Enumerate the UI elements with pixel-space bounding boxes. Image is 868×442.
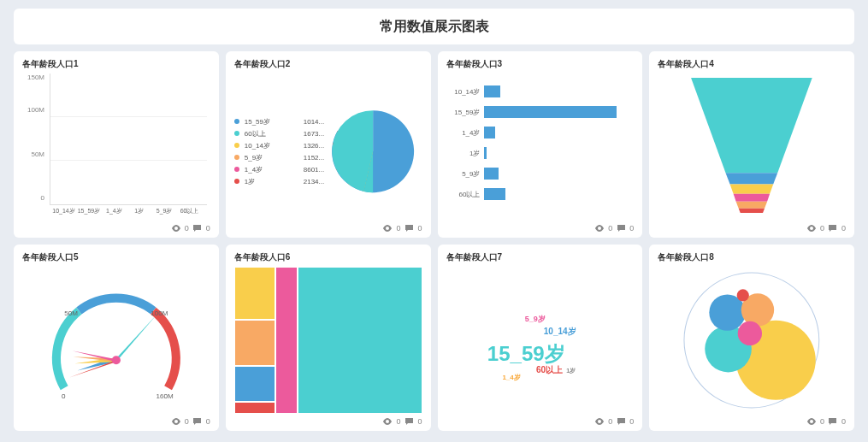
gauge-chart[interactable]: 0 50M 100M 160M	[22, 267, 210, 414]
chart1-xlabels: 10_14岁 15_59岁 1_4岁 1岁 5_9岁 60以上	[50, 207, 207, 221]
bubble-1[interactable]	[737, 289, 749, 301]
comment-icon	[192, 224, 203, 233]
chart4-title: 各年龄段人口4	[658, 58, 846, 70]
word-60plus[interactable]: 60以上	[536, 364, 563, 376]
card-footer: 0 0	[22, 414, 210, 427]
hbar-60plus[interactable]	[484, 188, 505, 200]
hbar-1[interactable]	[484, 147, 487, 159]
chart5-title: 各年龄段人口5	[22, 251, 210, 263]
treemap-10-14[interactable]	[234, 267, 275, 320]
card-chart3: 各年龄段人口3 10_14岁 15_59岁 1_4岁 1岁 5_9岁 60以上 …	[438, 51, 643, 238]
chart3-title: 各年龄段人口3	[446, 58, 635, 70]
gauge-tick-160: 160M	[156, 392, 173, 400]
comment-icon	[616, 224, 626, 233]
word-1[interactable]: 1岁	[566, 367, 576, 375]
hbar-10-14[interactable]	[484, 85, 501, 97]
treemap-1-4[interactable]	[275, 267, 298, 414]
card-footer: 0 0	[234, 221, 422, 234]
comment-icon	[828, 224, 838, 233]
word-5-9[interactable]: 5_9岁	[525, 314, 546, 325]
treemap-15-59[interactable]	[298, 267, 422, 414]
chart2-legend: 15_59岁1014... 60以上1673... 10_14岁1326... …	[234, 115, 324, 189]
chart4-body[interactable]	[658, 74, 846, 221]
svg-marker-0	[691, 78, 812, 173]
card-chart7: 各年龄段人口7 15_59岁 60以上 10_14岁 5_9岁 1_4岁 1岁 …	[438, 245, 643, 431]
eye-icon	[594, 417, 605, 426]
svg-marker-4	[736, 202, 767, 209]
svg-marker-2	[730, 185, 774, 194]
chart3-body[interactable]: 10_14岁 15_59岁 1_4岁 1岁 5_9岁 60以上	[446, 74, 635, 221]
bubble-1-4[interactable]	[738, 321, 762, 345]
card-chart5: 各年龄段人口5 0 50M 100M 160M 0	[14, 245, 219, 431]
word-1-4[interactable]: 1_4岁	[502, 373, 520, 382]
treemap-1[interactable]	[234, 402, 275, 414]
chart6-body[interactable]	[234, 267, 422, 414]
pie-chart[interactable]	[324, 103, 422, 200]
gauge-tick-100: 100M	[151, 309, 168, 317]
card-footer: 0 0	[446, 221, 635, 234]
card-chart1: 各年龄段人口1 0 50M 100M 150M 10_14岁	[14, 51, 219, 238]
hbar-5-9[interactable]	[484, 168, 499, 180]
card-footer: 0 0	[658, 221, 846, 234]
comment-icon	[828, 417, 838, 426]
svg-marker-5	[739, 209, 765, 213]
hbar-15-59[interactable]	[484, 106, 617, 118]
card-footer: 0 0	[22, 221, 210, 234]
eye-icon	[171, 224, 181, 233]
chart1-plot	[50, 74, 207, 205]
card-chart8: 各年龄段人口8 0 0	[649, 245, 854, 431]
bubble-chart[interactable]	[658, 267, 846, 414]
word-10-14[interactable]: 10_14岁	[544, 326, 576, 338]
gauge-tick-50: 50M	[64, 309, 78, 317]
comment-icon	[404, 417, 414, 426]
comment-icon	[192, 417, 203, 426]
chart7-title: 各年龄段人口7	[446, 251, 635, 263]
chart1-yaxis: 0 50M 100M 150M	[22, 74, 48, 205]
treemap-5-9[interactable]	[234, 320, 275, 366]
page-title: 常用数值展示图表	[380, 18, 489, 36]
chart8-title: 各年龄段人口8	[658, 251, 846, 263]
chart1-body[interactable]: 0 50M 100M 150M 10_14岁 15_59岁 1_4岁	[22, 74, 210, 221]
page-header: 常用数值展示图表	[14, 9, 854, 44]
eye-icon	[594, 224, 605, 233]
funnel-chart[interactable]	[658, 74, 846, 221]
chart2-body[interactable]: 15_59岁1014... 60以上1673... 10_14岁1326... …	[234, 74, 422, 221]
hbar-1-4[interactable]	[484, 127, 495, 138]
eye-icon	[806, 224, 817, 233]
chart-grid: 各年龄段人口1 0 50M 100M 150M 10_14岁	[0, 51, 868, 431]
card-chart2: 各年龄段人口2 15_59岁1014... 60以上1673... 10_14岁…	[226, 51, 431, 238]
svg-marker-3	[734, 194, 770, 202]
card-chart6: 各年龄段人口6 0 0	[226, 245, 431, 431]
card-footer: 0 0	[446, 414, 635, 427]
eye-icon	[806, 417, 817, 426]
card-footer: 0 0	[658, 414, 846, 427]
eye-icon	[382, 224, 393, 233]
chart7-body[interactable]: 15_59岁 60以上 10_14岁 5_9岁 1_4岁 1岁	[446, 267, 635, 414]
card-chart4: 各年龄段人口4 0 0	[649, 51, 854, 238]
card-footer: 0 0	[234, 414, 422, 427]
treemap-60plus[interactable]	[234, 366, 275, 402]
eye-icon	[171, 417, 181, 426]
chart8-body[interactable]	[658, 267, 846, 414]
chart6-title: 各年龄段人口6	[234, 251, 422, 263]
gauge-tick-0: 0	[62, 392, 66, 400]
comment-icon	[404, 224, 414, 233]
svg-point-12	[112, 356, 121, 364]
chart2-title: 各年龄段人口2	[234, 58, 422, 70]
chart1-title: 各年龄段人口1	[22, 58, 210, 70]
svg-marker-1	[726, 173, 778, 184]
eye-icon	[382, 417, 393, 426]
comment-icon	[616, 417, 626, 426]
chart5-body[interactable]: 0 50M 100M 160M	[22, 267, 210, 414]
svg-marker-6	[116, 315, 157, 362]
